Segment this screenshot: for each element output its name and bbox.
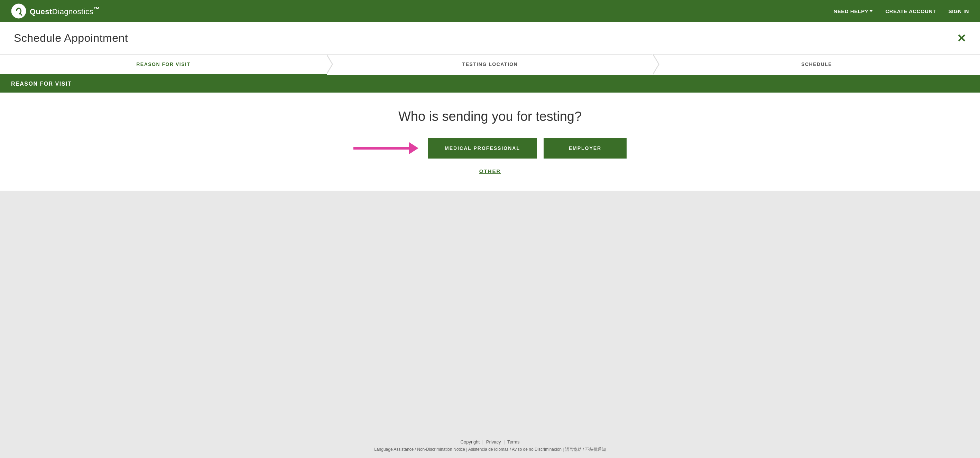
arrow-head: [409, 142, 418, 154]
section-title: REASON FOR VISIT: [11, 81, 72, 87]
logo[interactable]: QuestDiagnostics™: [11, 3, 100, 19]
medical-professional-button[interactable]: MEDICAL PROFESSIONAL: [428, 138, 537, 158]
magenta-arrow-icon: [353, 142, 418, 154]
chevron-down-icon: [869, 10, 873, 12]
copyright-link[interactable]: Copyright: [461, 439, 480, 445]
svg-point-0: [11, 4, 26, 18]
reason-for-visit-card: Who is sending you for testing? MEDICAL …: [0, 93, 980, 191]
step-schedule[interactable]: SCHEDULE: [653, 55, 980, 75]
sign-in-link[interactable]: SIGN IN: [948, 8, 969, 14]
question-heading: Who is sending you for testing?: [398, 109, 582, 124]
privacy-link[interactable]: Privacy: [486, 439, 501, 445]
arrow-indicator: [353, 142, 418, 154]
arrow-line: [353, 147, 409, 149]
choice-buttons-row: MEDICAL PROFESSIONAL EMPLOYER: [353, 138, 627, 158]
section-header: REASON FOR VISIT: [0, 75, 980, 93]
quest-logo-icon: [11, 3, 26, 19]
step-testing-location[interactable]: TESTING LOCATION: [327, 55, 654, 75]
step-reason-for-visit[interactable]: REASON FOR VISIT: [0, 55, 327, 75]
page-title-bar: Schedule Appointment ✕: [0, 22, 980, 55]
create-account-link[interactable]: CREATE ACCOUNT: [885, 8, 936, 14]
employer-button[interactable]: EMPLOYER: [544, 138, 627, 158]
language-notice: Language Assistance / Non-Discrimination…: [6, 447, 974, 452]
site-header: QuestDiagnostics™ NEED HELP? CREATE ACCO…: [0, 0, 980, 22]
main-content: REASON FOR VISIT Who is sending you for …: [0, 75, 980, 431]
footer-links: Copyright | Privacy | Terms: [6, 439, 974, 445]
progress-steps: REASON FOR VISIT TESTING LOCATION SCHEDU…: [0, 55, 980, 75]
brand-name: QuestDiagnostics™: [30, 6, 100, 16]
terms-link[interactable]: Terms: [507, 439, 519, 445]
other-button[interactable]: OTHER: [479, 168, 501, 174]
close-button[interactable]: ✕: [957, 33, 966, 44]
site-footer: Copyright | Privacy | Terms Language Ass…: [0, 431, 980, 458]
page-title: Schedule Appointment: [14, 32, 128, 44]
need-help-link[interactable]: NEED HELP?: [834, 8, 873, 14]
header-nav: NEED HELP? CREATE ACCOUNT SIGN IN: [834, 8, 969, 14]
